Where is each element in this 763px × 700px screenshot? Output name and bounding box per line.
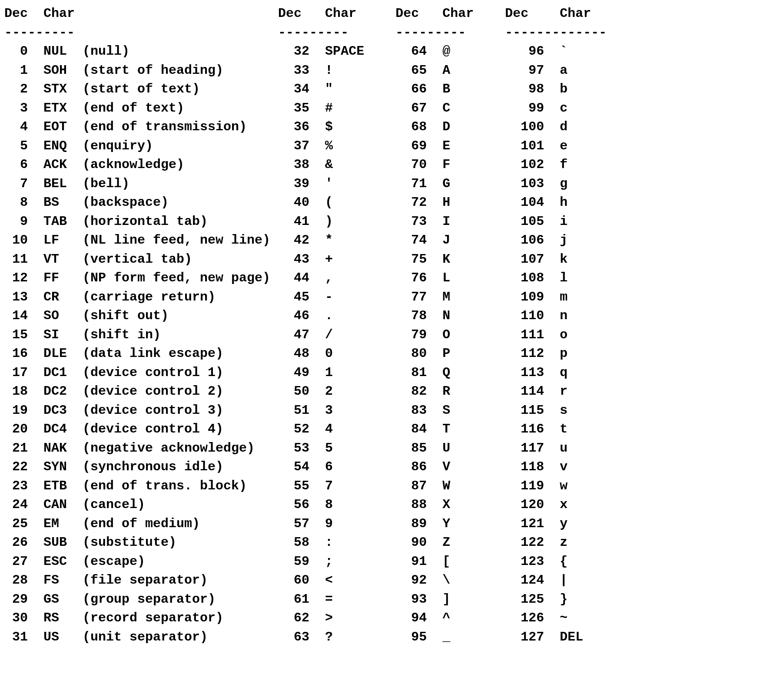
ascii-table: Dec Char Dec Char Dec Char Dec Char ----… — [0, 0, 763, 647]
